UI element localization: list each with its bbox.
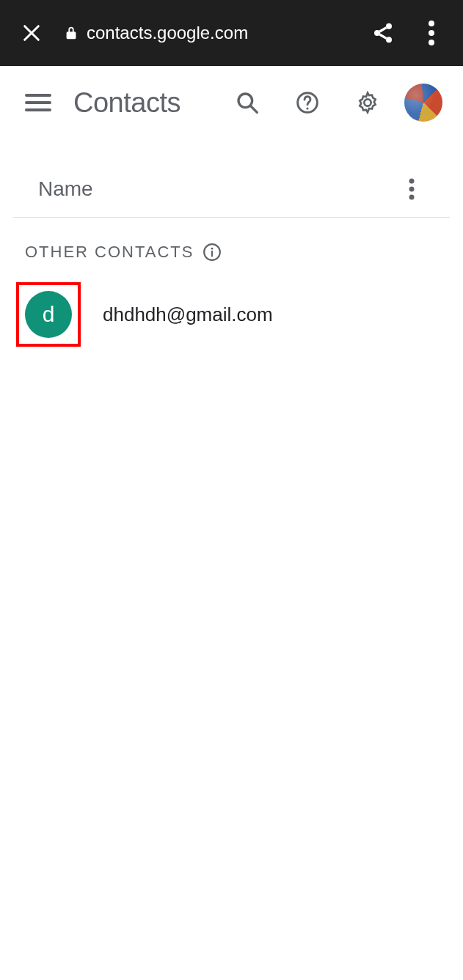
- contact-avatar-highlight: d: [16, 282, 81, 347]
- contact-row[interactable]: d dhdhdh@gmail.com: [0, 279, 463, 350]
- svg-line-12: [251, 106, 258, 113]
- svg-point-5: [429, 21, 434, 26]
- svg-point-2: [386, 23, 392, 29]
- app-header: Contacts: [0, 66, 463, 139]
- svg-point-4: [386, 37, 392, 43]
- contact-email: dhdhdh@gmail.com: [103, 303, 273, 326]
- search-icon[interactable]: [231, 86, 263, 119]
- contact-avatar[interactable]: d: [25, 291, 72, 338]
- contact-avatar-letter: d: [43, 302, 55, 327]
- svg-point-17: [409, 187, 415, 192]
- url-text: contacts.google.com: [87, 23, 248, 43]
- lock-icon: [63, 25, 79, 41]
- help-icon[interactable]: [291, 86, 324, 119]
- share-icon[interactable]: [366, 16, 400, 50]
- account-avatar[interactable]: [404, 84, 442, 122]
- svg-point-18: [409, 195, 415, 200]
- svg-point-20: [211, 248, 214, 250]
- svg-point-7: [429, 40, 434, 45]
- list-more-icon[interactable]: [398, 176, 425, 202]
- info-icon[interactable]: [203, 243, 222, 262]
- settings-icon[interactable]: [351, 86, 384, 119]
- svg-point-16: [409, 179, 415, 184]
- section-label: OTHER CONTACTS: [25, 243, 194, 262]
- svg-point-15: [364, 99, 371, 106]
- app-title: Contacts: [73, 87, 203, 119]
- column-name-label: Name: [38, 177, 93, 201]
- close-icon[interactable]: [15, 16, 48, 50]
- browser-more-icon[interactable]: [415, 16, 448, 50]
- svg-point-14: [306, 107, 308, 109]
- column-header-row: Name: [13, 139, 450, 218]
- menu-icon[interactable]: [22, 86, 54, 119]
- browser-address-bar: contacts.google.com: [0, 0, 463, 66]
- svg-point-6: [429, 30, 434, 36]
- section-header: OTHER CONTACTS: [0, 218, 463, 279]
- url-container[interactable]: contacts.google.com: [63, 23, 351, 43]
- svg-point-3: [374, 30, 380, 36]
